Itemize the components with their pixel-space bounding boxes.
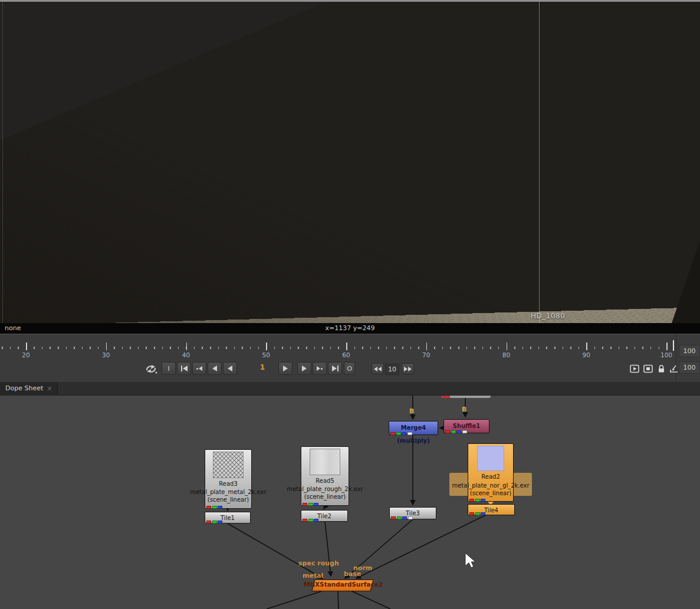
viewer-playback-options — [630, 364, 679, 373]
step-forward-button[interactable] — [278, 362, 293, 375]
increment-button[interactable] — [402, 363, 414, 374]
viewer-left-guide-line — [2, 2, 3, 323]
transport-controls: I 1 O 10 — [0, 362, 700, 377]
format-label: HD_1080 — [531, 312, 565, 320]
prev-keyframe-icon — [196, 368, 198, 370]
format-boundary-line — [539, 2, 540, 323]
node-tile1[interactable]: Tile1 — [205, 512, 251, 524]
decrement-icon — [378, 367, 382, 371]
decrement-button[interactable] — [372, 363, 384, 374]
play-backward-icon — [212, 366, 217, 371]
channel-chips — [206, 506, 222, 509]
node-label: Read2 — [468, 473, 513, 480]
node-label: MtlXStandardSurface2 — [270, 581, 417, 588]
play-forward-button[interactable] — [297, 362, 311, 375]
viewer-3d[interactable]: HD_1080 — [0, 0, 700, 323]
play-forward-icon — [302, 366, 307, 371]
read5-filename: metal_plate_rough_2k.exr — [287, 486, 363, 492]
channel-chips — [390, 432, 412, 435]
goto-start-icon — [183, 366, 188, 371]
next-keyframe-icon — [317, 366, 320, 371]
node-merge4[interactable]: Merge4 (multiply) — [389, 421, 438, 435]
step-backward-button[interactable] — [223, 362, 237, 375]
mouse-cursor — [464, 552, 479, 570]
range-end-tick — [673, 340, 674, 351]
read2-colorspace: (scene_linear) — [470, 490, 511, 496]
window-top-border — [0, 0, 700, 2]
timeline-panel: 2030405060708090100 100 100 I 1 O 10 — [0, 334, 700, 382]
prev-keyframe-icon — [199, 366, 202, 371]
read3-thumbnail — [213, 452, 244, 478]
viewer-info-bar: none x=1137 y=249 — [0, 323, 700, 334]
read5-thumbnail — [310, 449, 340, 475]
range-end-field-top[interactable]: 100 — [679, 345, 700, 357]
goto-end-button[interactable] — [328, 362, 342, 375]
increment-icon — [408, 367, 412, 371]
input-label-norm: norm — [353, 564, 372, 572]
play-backward-button[interactable] — [208, 362, 222, 375]
node-label: Read3 — [205, 480, 251, 487]
next-keyframe-button[interactable] — [313, 362, 327, 375]
node-shuffle1[interactable]: Shuffle1 — [443, 419, 489, 433]
step-backward-icon — [228, 366, 232, 371]
node-read2[interactable]: Read2 metal_plate_nor_gl_2k.exr (scene_l… — [468, 443, 514, 502]
node-tile2[interactable]: Tile2 — [301, 510, 348, 522]
loop-mode-icon[interactable] — [144, 364, 157, 374]
current-frame-display[interactable]: 1 — [251, 363, 274, 371]
node-graph[interactable]: B B Merge4 (multiply) Shuffle1 Read3 met… — [0, 396, 700, 609]
read5-colorspace: (scene_linear) — [304, 493, 346, 500]
panel-tab-bar: Dope Sheet × — [0, 382, 700, 396]
node-tile4[interactable]: Tile4 — [468, 504, 515, 515]
input-label-metal: metal — [303, 572, 323, 580]
goto-start-icon — [181, 366, 182, 371]
frame-increment-field[interactable]: 10 — [385, 364, 399, 375]
channel-chips — [445, 430, 467, 433]
read2-thumbnail — [477, 446, 504, 471]
shuffle1-b-input-label: B — [462, 406, 466, 413]
increment-icon — [404, 367, 407, 371]
zero-button[interactable]: O — [344, 362, 355, 375]
node-load-progress-bar — [441, 396, 491, 398]
goto-end-icon — [337, 366, 339, 371]
channel-chips — [303, 503, 318, 506]
goto-end-icon — [332, 366, 337, 371]
pixel-coordinates-readout: x=1137 y=249 — [0, 324, 700, 332]
flipbook-play-icon[interactable] — [630, 364, 640, 373]
channel-chips — [469, 499, 485, 502]
node-read3[interactable]: Read3 metal_plate_metal_2k.exr (scene_li… — [205, 449, 252, 509]
channel-chips — [391, 516, 413, 519]
tab-label: Dope Sheet — [5, 384, 43, 392]
frame-range-button[interactable]: I — [162, 362, 176, 375]
channel-chips — [469, 512, 485, 515]
node-label: Read5 — [301, 478, 349, 484]
render-icon[interactable] — [669, 364, 679, 373]
next-keyframe-icon — [321, 368, 323, 370]
timeline-ruler[interactable] — [2, 347, 674, 349]
input-label-spec-rough: spec rough — [298, 559, 339, 567]
merge4-b-input-label: B — [409, 407, 414, 415]
decrement-icon — [374, 367, 377, 371]
channel-chips — [206, 521, 222, 524]
flipbook-region-icon[interactable] — [643, 364, 653, 373]
read2-filename: metal_plate_nor_gl_2k.exr — [452, 482, 529, 489]
node-read5[interactable]: Read5 metal_plate_rough_2k.exr (scene_li… — [301, 446, 349, 506]
read3-colorspace: (scene_linear) — [208, 496, 249, 503]
lock-icon[interactable] — [657, 364, 666, 373]
step-forward-icon — [283, 366, 288, 371]
read3-filename: metal_plate_metal_2k.exr — [190, 489, 266, 495]
channel-chips — [303, 519, 318, 522]
node-tile3[interactable]: Tile3 — [389, 507, 436, 519]
tab-close-icon[interactable]: × — [47, 382, 52, 395]
goto-start-button[interactable] — [177, 362, 191, 375]
prev-keyframe-button[interactable] — [192, 362, 206, 375]
tab-dope-sheet[interactable]: Dope Sheet × — [0, 382, 58, 396]
